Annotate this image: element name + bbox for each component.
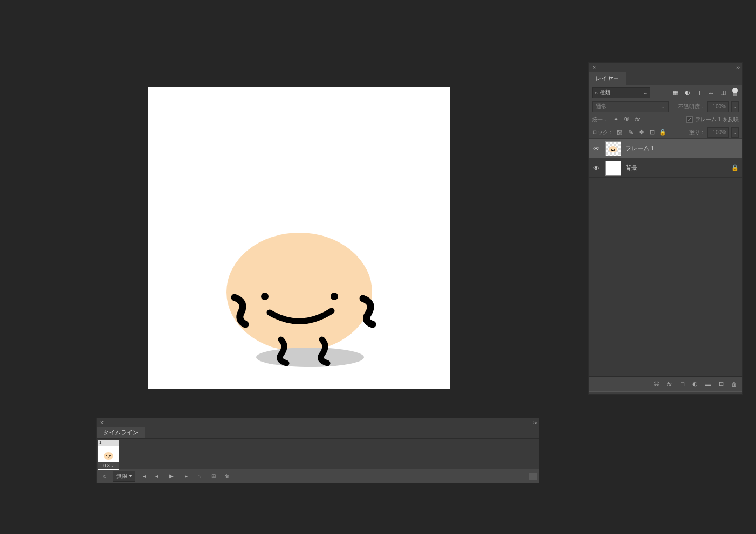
layer-item-frame1[interactable]: 👁 フレーム 1: [589, 139, 742, 158]
next-frame-icon[interactable]: |▸: [180, 471, 191, 482]
timeline-panel-header[interactable]: × ››: [97, 418, 539, 427]
unify-position-icon[interactable]: ✦: [611, 116, 620, 123]
layers-panel: × ›› レイヤー ≡ ⌕ 種類 ⌄ ▦ ◐ T ▱ ◫ 通常 ⌄: [588, 62, 743, 395]
collapse-icon[interactable]: ››: [736, 65, 740, 71]
tween-icon[interactable]: ↘: [194, 471, 205, 482]
svg-point-6: [614, 149, 615, 150]
first-frame-icon[interactable]: |◂: [138, 471, 149, 482]
svg-point-3: [331, 293, 338, 300]
canvas[interactable]: [148, 87, 450, 389]
frame-1[interactable]: 1 0.3⌄: [98, 440, 119, 470]
timeline-panel: × ›› タイムライン ≡ 1 0.3⌄ ⎋ 無限 ▾ |◂ ◂| ▶ |▸ ↘…: [96, 418, 539, 483]
delete-layer-icon[interactable]: 🗑: [730, 381, 738, 387]
timeline-scrollbar[interactable]: [529, 473, 537, 480]
frame-thumbnail: [98, 446, 119, 462]
play-icon[interactable]: ▶: [166, 471, 177, 482]
timeline-controls: ⎋ 無限 ▾ |◂ ◂| ▶ |▸ ↘ ⊞ 🗑: [97, 469, 539, 483]
close-icon[interactable]: ×: [591, 64, 597, 71]
chevron-down-icon: ⌄: [643, 90, 648, 95]
tab-timeline[interactable]: タイムライン: [97, 427, 145, 438]
svg-point-5: [611, 149, 612, 150]
layer-thumbnail[interactable]: [605, 161, 621, 176]
lock-label: ロック：: [592, 129, 614, 136]
timeline-tabs: タイムライン ≡: [97, 427, 539, 439]
svg-point-2: [261, 293, 269, 300]
duplicate-frame-icon[interactable]: ⊞: [208, 471, 219, 482]
panel-menu-icon[interactable]: ≡: [527, 429, 539, 436]
layers-footer: ⌘ fx ◻ ◐ ▬ ⊞ 🗑: [589, 376, 742, 391]
filter-type-select[interactable]: ⌕ 種類 ⌄: [592, 87, 650, 98]
unify-visibility-icon[interactable]: 👁: [622, 116, 631, 123]
fill-scrub[interactable]: ⌄: [731, 127, 739, 138]
layers-list: 👁 フレーム 1 👁 背景 🔒: [589, 139, 742, 376]
chevron-down-icon: ▾: [129, 474, 132, 478]
layer-item-background[interactable]: 👁 背景 🔒: [589, 158, 742, 178]
svg-point-9: [106, 455, 107, 456]
opacity-input[interactable]: 100%: [707, 101, 729, 112]
filter-smart-icon[interactable]: ◫: [719, 89, 727, 96]
lock-artboard-icon[interactable]: ⊡: [648, 129, 656, 136]
blend-mode-select[interactable]: 通常 ⌄: [592, 101, 669, 112]
chevron-down-icon: ⌄: [661, 104, 665, 109]
tab-layers[interactable]: レイヤー: [589, 72, 626, 85]
fill-input[interactable]: 100%: [707, 127, 729, 138]
lock-all-icon[interactable]: 🔒: [659, 129, 666, 136]
loop-label: 無限: [116, 473, 127, 480]
layer-fx-icon[interactable]: fx: [665, 381, 673, 387]
filter-toggle-icon[interactable]: [731, 89, 739, 96]
frame-number: 1: [98, 440, 119, 446]
filter-pixel-icon[interactable]: ▦: [672, 89, 679, 96]
new-adjustment-icon[interactable]: ◐: [691, 380, 699, 387]
lock-row: ロック： ▨ ✎ ✥ ⊡ 🔒 塗り： 100% ⌄: [589, 126, 742, 139]
blend-mode-value: 通常: [596, 103, 607, 110]
new-layer-icon[interactable]: ⊞: [717, 380, 725, 387]
artwork: [148, 87, 450, 389]
panel-menu-icon[interactable]: ≡: [730, 75, 742, 82]
frames-strip: 1 0.3⌄: [97, 439, 539, 469]
loop-select[interactable]: 無限 ▾: [113, 471, 135, 482]
filter-shape-icon[interactable]: ▱: [707, 89, 715, 96]
propagate-checkbox[interactable]: ✓: [686, 116, 693, 123]
link-layers-icon[interactable]: ⌘: [652, 380, 660, 387]
close-icon[interactable]: ×: [99, 419, 105, 426]
layer-thumbnail[interactable]: [605, 141, 621, 156]
lock-position-icon[interactable]: ✥: [637, 129, 645, 136]
frame-delay-select[interactable]: 0.3⌄: [98, 462, 119, 469]
opacity-scrub[interactable]: ⌄: [731, 101, 739, 112]
search-icon: ⌕: [595, 89, 598, 95]
collapse-icon[interactable]: ››: [533, 420, 537, 426]
convert-timeline-icon[interactable]: ⎋: [99, 471, 111, 482]
prev-frame-icon[interactable]: ◂|: [152, 471, 163, 482]
add-mask-icon[interactable]: ◻: [678, 380, 686, 387]
filter-adjustment-icon[interactable]: ◐: [684, 89, 691, 96]
blend-mode-row: 通常 ⌄ 不透明度： 100% ⌄: [589, 100, 742, 113]
chevron-down-icon: ⌄: [111, 463, 114, 468]
lock-icon[interactable]: 🔒: [731, 164, 739, 171]
unify-label: 統一：: [592, 116, 608, 123]
lock-transparency-icon[interactable]: ▨: [616, 129, 623, 136]
svg-point-8: [104, 452, 113, 460]
layers-tabs: レイヤー ≡: [589, 72, 742, 85]
panel-resize-handle[interactable]: [589, 391, 742, 394]
svg-point-1: [256, 348, 364, 367]
new-group-icon[interactable]: ▬: [704, 381, 712, 387]
visibility-toggle-icon[interactable]: 👁: [592, 164, 601, 172]
propagate-label: フレーム 1 を反映: [695, 116, 739, 123]
fill-label: 塗り：: [689, 129, 705, 136]
svg-point-0: [226, 233, 372, 351]
delete-frame-icon[interactable]: 🗑: [222, 471, 233, 482]
opacity-label: 不透明度：: [678, 103, 705, 110]
svg-point-10: [109, 455, 111, 456]
layer-name[interactable]: 背景: [626, 164, 637, 172]
layer-filter-row: ⌕ 種類 ⌄ ▦ ◐ T ▱ ◫: [589, 85, 742, 100]
lock-pixels-icon[interactable]: ✎: [627, 129, 634, 136]
filter-type-text-icon[interactable]: T: [696, 89, 703, 96]
svg-point-4: [609, 146, 617, 152]
filter-type-label: 種類: [600, 89, 610, 96]
layer-name[interactable]: フレーム 1: [626, 144, 654, 152]
unify-style-icon[interactable]: fx: [633, 116, 642, 123]
layers-panel-header[interactable]: × ››: [589, 63, 742, 72]
filter-type-icons: ▦ ◐ T ▱ ◫: [672, 89, 739, 96]
unify-row: 統一： ✦ 👁 fx ✓ フレーム 1 を反映: [589, 113, 742, 126]
visibility-toggle-icon[interactable]: 👁: [592, 144, 601, 153]
